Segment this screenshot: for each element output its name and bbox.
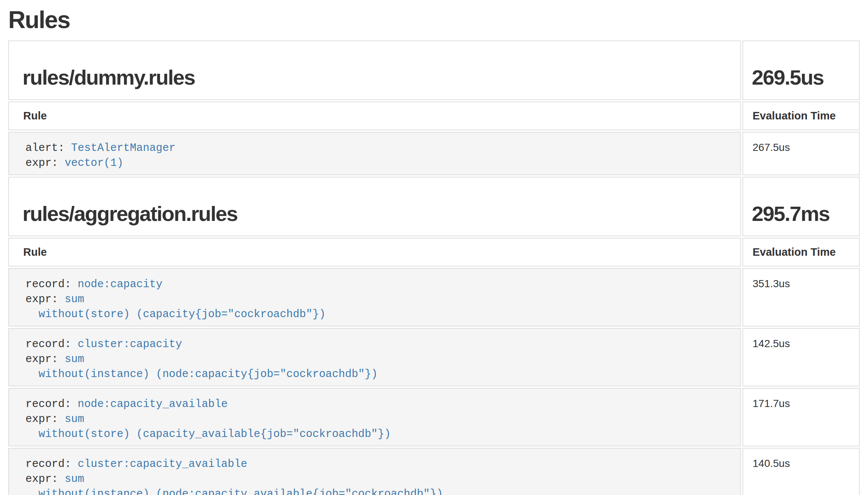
rule-expr-link[interactable]: sum	[64, 293, 84, 306]
rule-expr-link[interactable]: without(store) (capacity_available{job="…	[25, 428, 391, 440]
rule-keyword: record:	[25, 338, 78, 350]
rule-name-link[interactable]: node:capacity_available	[78, 398, 227, 410]
rule-code-line: without(instance) (node:capacity{job="co…	[25, 367, 736, 382]
rule-code-line: record: cluster:capacity_available	[25, 457, 736, 472]
rule-code-line: expr: sum	[25, 352, 736, 367]
evaluation-time-column-header: Evaluation Time	[742, 238, 860, 267]
rule-code-line: expr: sum	[25, 412, 736, 427]
expr-keyword: expr:	[25, 293, 64, 306]
rule-eval-time: 351.3us	[742, 268, 860, 327]
rule-expr-link[interactable]: without(instance) (node:capacity{job="co…	[25, 368, 378, 380]
rule-code-line: expr: sum	[25, 292, 736, 307]
rules-header-row: Rule Evaluation Time	[8, 101, 860, 130]
rule-code-line: without(instance) (node:capacity_availab…	[25, 487, 736, 495]
rule-eval-time: 142.5us	[742, 328, 860, 386]
rule-group-name: rules/aggregation.rules	[22, 201, 736, 226]
rules-header-row: Rule Evaluation Time	[8, 238, 860, 267]
rule-expr-link[interactable]: sum	[64, 413, 84, 425]
rule-group-time-cell: 269.5us	[742, 40, 860, 100]
rule-keyword: record:	[25, 398, 78, 410]
rule-row: record: cluster:capacity expr: sum witho…	[8, 328, 860, 386]
rule-column-header: Rule	[8, 101, 741, 130]
rule-code-line: record: node:capacity	[25, 277, 736, 292]
rule-keyword: record:	[25, 458, 78, 470]
rule-definition-cell: record: cluster:capacity expr: sum witho…	[8, 328, 741, 386]
page-title: Rules	[8, 6, 861, 34]
rule-row: record: node:capacity expr: sum without(…	[8, 268, 860, 327]
rule-code-line: record: node:capacity_available	[25, 397, 736, 412]
expr-keyword: expr:	[25, 473, 64, 485]
rule-expr-link[interactable]: vector(1)	[64, 157, 123, 169]
rule-code-line: record: cluster:capacity	[25, 337, 736, 352]
rule-keyword: record:	[25, 278, 78, 291]
rule-row: alert: TestAlertManager expr: vector(1) …	[8, 132, 860, 175]
rule-expr-link[interactable]: sum	[64, 353, 84, 365]
rule-definition-cell: record: cluster:capacity_available expr:…	[8, 448, 741, 495]
rule-expr-link[interactable]: without(instance) (node:capacity_availab…	[25, 488, 443, 495]
rule-code-line: without(store) (capacity_available{job="…	[25, 427, 736, 442]
rule-group-eval-time: 295.7ms	[752, 201, 855, 226]
expr-keyword: expr:	[25, 413, 64, 425]
rule-group-header-row: rules/dummy.rules 269.5us	[8, 40, 860, 100]
rules-table: rules/dummy.rules 269.5us Rule Evaluatio…	[7, 39, 861, 495]
rule-name-link[interactable]: TestAlertManager	[71, 142, 175, 154]
rule-eval-time: 171.7us	[742, 388, 860, 446]
rule-group-time-cell: 295.7ms	[742, 177, 860, 236]
rule-eval-time: 267.5us	[742, 132, 860, 175]
rule-expr-link[interactable]: without(store) (capacity{job="cockroachd…	[25, 308, 326, 321]
rule-code-line: expr: sum	[25, 472, 736, 487]
rule-code-line: alert: TestAlertManager	[25, 141, 736, 156]
rule-code-line: without(store) (capacity{job="cockroachd…	[25, 307, 736, 322]
rule-keyword: alert:	[25, 142, 71, 154]
rule-name-link[interactable]: cluster:capacity	[78, 338, 182, 350]
rule-column-header: Rule	[8, 238, 741, 267]
rule-group-name-cell: rules/aggregation.rules	[8, 177, 741, 236]
rule-name-link[interactable]: cluster:capacity_available	[78, 458, 247, 470]
expr-keyword: expr:	[25, 353, 64, 365]
rule-expr-link[interactable]: sum	[64, 473, 84, 485]
rule-name-link[interactable]: node:capacity	[78, 278, 162, 291]
rule-group-name: rules/dummy.rules	[22, 65, 736, 89]
rule-code-line: expr: vector(1)	[25, 156, 736, 171]
rule-definition-cell: record: node:capacity expr: sum without(…	[8, 268, 741, 327]
rule-group-header-row: rules/aggregation.rules 295.7ms	[8, 177, 860, 236]
rule-group-eval-time: 269.5us	[752, 65, 855, 89]
rule-row: record: node:capacity_available expr: su…	[8, 388, 860, 446]
expr-keyword: expr:	[25, 157, 64, 169]
evaluation-time-column-header: Evaluation Time	[742, 101, 860, 130]
rule-group-name-cell: rules/dummy.rules	[8, 40, 741, 100]
rule-eval-time: 140.5us	[742, 448, 860, 495]
rule-definition-cell: alert: TestAlertManager expr: vector(1)	[8, 132, 741, 175]
rule-definition-cell: record: node:capacity_available expr: su…	[8, 388, 741, 446]
rule-row: record: cluster:capacity_available expr:…	[8, 448, 860, 495]
